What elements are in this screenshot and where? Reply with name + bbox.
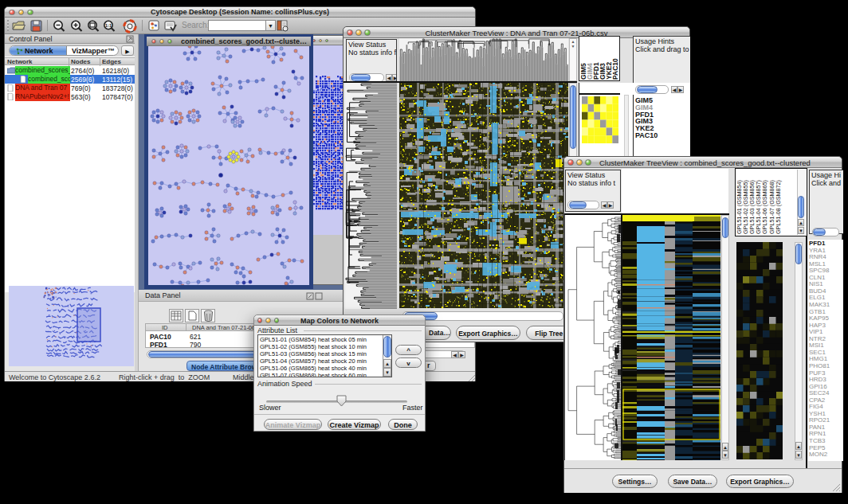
svg-text:PAC10: PAC10 [611,58,619,80]
svg-text:GPL51-08 (GSM872): GPL51-08 (GSM872) [775,180,782,234]
svg-text:1:1: 1:1 [105,23,112,28]
